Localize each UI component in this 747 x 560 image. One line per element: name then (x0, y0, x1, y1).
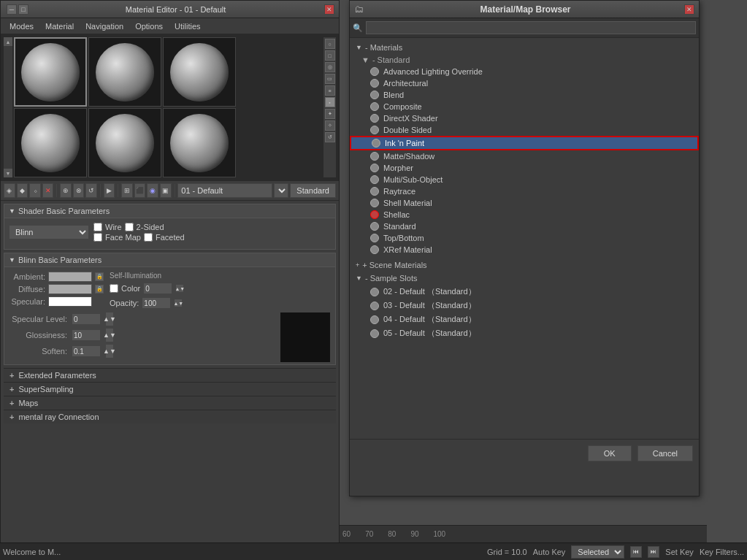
sample-slots-header[interactable]: ▼ - Sample Slots (350, 272, 699, 285)
item-ink-paint[interactable]: Ink 'n Paint (350, 136, 699, 150)
video-btn[interactable]: ▣ (160, 183, 172, 198)
scene-materials-header[interactable]: + + Scene Materials (350, 258, 699, 272)
material-effects-btn[interactable]: ⊞ (121, 183, 133, 198)
glossiness-spinner[interactable]: ▲▼ (105, 328, 114, 342)
extended-params-section[interactable]: + Extended Parameters (4, 368, 336, 382)
menu-navigation[interactable]: Navigation (80, 20, 129, 32)
opacity-spinner[interactable]: ▲▼ (174, 299, 183, 307)
paste-btn[interactable]: ⊗ (73, 183, 85, 198)
si-value-input[interactable] (143, 283, 172, 294)
maximize-button[interactable]: □ (18, 4, 28, 15)
blinn-basic-header[interactable]: ▼ Blinn Basic Parameters (4, 253, 335, 267)
sample-item-02[interactable]: 02 - Default （Standard） (350, 285, 699, 299)
standard-section-header[interactable]: ▼ - Standard (350, 54, 699, 66)
item-multi-sub[interactable]: Multi/Sub-Object (350, 174, 699, 185)
scroll-up-arrow[interactable]: ▲ (4, 37, 12, 46)
sample-cell-5[interactable] (88, 108, 161, 177)
item-raytrace[interactable]: Raytrace (350, 185, 699, 197)
menu-material[interactable]: Material (39, 20, 80, 32)
put-to-scene-btn[interactable]: ◆ (17, 183, 28, 198)
item-double-sided[interactable]: Double Sided (350, 124, 699, 136)
diffuse-swatch[interactable] (48, 284, 92, 294)
shader-type-dropdown[interactable]: Blinn (9, 225, 89, 239)
face-map-checkbox[interactable] (93, 233, 102, 242)
mentalray-section[interactable]: + mental ray Connection (4, 410, 336, 423)
sample-scrollbar-vertical[interactable]: ▲ ▼ (4, 37, 12, 177)
item-top-bottom[interactable]: Top/Bottom (350, 232, 699, 244)
sample-box-icon[interactable]: □ (325, 50, 335, 61)
si-color-checkbox[interactable] (110, 284, 118, 293)
wire-checkbox[interactable] (93, 223, 102, 231)
close-button[interactable]: ✕ (324, 4, 334, 15)
sample-item-03[interactable]: 03 - Default （Standard） (350, 299, 699, 312)
sample-item-05[interactable]: 05 - Default （Standard） (350, 326, 699, 340)
ambient-swatch[interactable] (48, 272, 92, 282)
selected-dropdown[interactable]: Selected (571, 545, 624, 559)
shader-btn[interactable]: ◉ (147, 183, 158, 198)
viewport-btn[interactable]: ▶ (104, 183, 115, 198)
search-input[interactable] (366, 21, 696, 34)
glossiness-input[interactable] (72, 329, 101, 341)
item-xref[interactable]: XRef Material (350, 244, 699, 256)
sample-sphere-icon[interactable]: ○ (325, 39, 335, 49)
material-name-dropdown[interactable]: ▼ (274, 183, 288, 198)
sample-cell-3[interactable] (163, 37, 236, 107)
spec-level-input[interactable] (72, 313, 101, 325)
item-matte-shadow[interactable]: Matte/Shadow (350, 150, 699, 162)
key-prev-btn[interactable]: ⏮ (630, 546, 642, 558)
sample-item-04[interactable]: 04 - Default （Standard） (350, 312, 699, 326)
maps-section[interactable]: + Maps (4, 396, 336, 410)
supersampling-section[interactable]: + SuperSampling (4, 382, 336, 396)
sample-light-icon[interactable]: ✧ (325, 120, 335, 131)
sample-cell-6[interactable] (163, 108, 236, 177)
sample-options-icon[interactable]: ≡ (325, 85, 335, 96)
material-name-input[interactable] (177, 183, 272, 198)
key-next-btn[interactable]: ⏭ (648, 546, 659, 558)
sample-cell-1[interactable] (14, 37, 87, 107)
spec-level-spinner[interactable]: ▲▼ (105, 312, 114, 326)
params-area: ▼ Shader Basic Parameters Blinn Wire (1, 201, 339, 559)
sample-reset-icon[interactable]: ↺ (325, 132, 335, 142)
sample-bg-icon[interactable]: ✦ (325, 109, 335, 119)
cancel-button[interactable]: Cancel (637, 445, 693, 461)
sample-checker-icon[interactable]: ▪ (325, 97, 335, 107)
copy-btn[interactable]: ⊕ (60, 183, 72, 198)
item-shell[interactable]: Shell Material (350, 197, 699, 209)
sample-cylinder-icon[interactable]: ◎ (325, 62, 335, 72)
menu-modes[interactable]: Modes (4, 20, 39, 32)
item-standard[interactable]: Standard (350, 220, 699, 232)
show-map-btn[interactable]: ⬛ (134, 183, 146, 198)
item-architectural[interactable]: Architectural (350, 77, 699, 89)
delete-btn[interactable]: ✕ (42, 183, 54, 198)
item-advanced-lighting[interactable]: Advanced Lighting Override (350, 66, 699, 77)
map-browser-close[interactable]: ✕ (684, 4, 694, 15)
item-morpher[interactable]: Morpher (350, 162, 699, 174)
get-material-btn[interactable]: ◈ (4, 183, 15, 198)
materials-section-header[interactable]: ▼ - Materials (350, 41, 699, 54)
menu-options[interactable]: Options (129, 20, 169, 32)
scroll-down-arrow[interactable]: ▼ (4, 169, 12, 177)
ok-button[interactable]: OK (588, 445, 632, 461)
diffuse-lock[interactable]: 🔒 (95, 285, 104, 294)
specular-swatch[interactable] (48, 296, 92, 307)
sample-cell-2[interactable] (88, 37, 161, 107)
soften-spinner[interactable]: ▲▼ (105, 344, 114, 358)
opacity-input[interactable] (142, 297, 171, 309)
sample-cell-4[interactable] (14, 108, 87, 177)
minimize-button[interactable]: ─ (7, 4, 17, 15)
si-spinner[interactable]: ▲▼ (175, 284, 184, 293)
menu-utilities[interactable]: Utilities (169, 20, 206, 32)
item-blend[interactable]: Blend (350, 89, 699, 101)
material-type-button[interactable]: Standard (290, 183, 336, 198)
ambient-lock[interactable]: 🔒 (95, 272, 104, 281)
faceted-checkbox[interactable] (144, 233, 153, 242)
two-sided-checkbox[interactable] (125, 223, 134, 231)
shader-basic-header[interactable]: ▼ Shader Basic Parameters (4, 204, 335, 218)
item-directx[interactable]: DirectX Shader (350, 112, 699, 124)
sample-plane-icon[interactable]: ▭ (325, 74, 335, 84)
soften-input[interactable] (72, 345, 101, 357)
assign-btn[interactable]: ⬦ (29, 183, 41, 198)
item-shellac[interactable]: Shellac (350, 209, 699, 220)
item-composite[interactable]: Composite (350, 101, 699, 112)
reset-btn[interactable]: ↺ (85, 183, 97, 198)
